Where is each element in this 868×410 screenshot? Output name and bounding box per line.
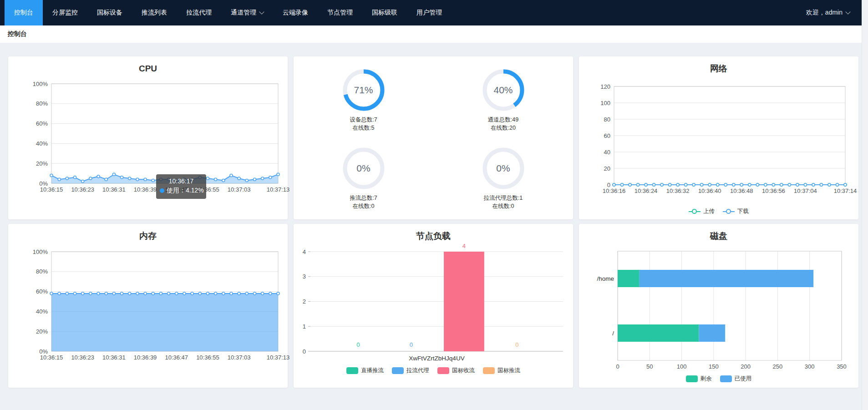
legend-swatch-icon — [483, 367, 495, 374]
legend-item-3[interactable]: 国标收流 — [437, 367, 475, 375]
gauge-online-label: 在线数:20 — [488, 124, 518, 132]
svg-text:10:36:40: 10:36:40 — [698, 187, 721, 194]
legend-swatch-icon — [437, 367, 449, 374]
nav-item-3[interactable]: 国标设备 — [87, 0, 132, 25]
memory-panel-title: 内存 — [139, 230, 157, 242]
svg-text:10:36:16: 10:36:16 — [603, 187, 626, 194]
nav-item-10[interactable]: 用户管理 — [407, 0, 452, 25]
network-chart[interactable]: 02040608010012010:36:1610:36:2410:36:321… — [582, 78, 855, 201]
svg-text:40%: 40% — [36, 308, 48, 315]
svg-text:0: 0 — [616, 363, 619, 370]
nav-item-8[interactable]: 节点管理 — [318, 0, 362, 25]
nav-item-label: 国标设备 — [97, 9, 122, 17]
nav-item-label: 拉流代理 — [186, 9, 212, 17]
svg-text:0: 0 — [410, 341, 413, 348]
svg-text:10:37:04: 10:37:04 — [794, 187, 817, 194]
nav-item-7[interactable]: 云端录像 — [273, 0, 318, 25]
legend-label: 国标收流 — [452, 367, 475, 375]
nav-item-label: 通道管理 — [231, 9, 256, 17]
disk-chart[interactable]: 050100150200250300350/home/ — [582, 246, 855, 373]
tooltip-time: 10:36:17 — [156, 177, 206, 185]
cpu-chart[interactable]: 0%20%40%60%80%100%10:36:1510:36:2310:36:… — [11, 78, 284, 215]
legend-swatch-icon — [686, 375, 698, 382]
breadcrumb-bar: 控制台 — [0, 25, 862, 43]
svg-text:10:36:31: 10:36:31 — [102, 186, 126, 193]
nav-item-label: 推流列表 — [142, 9, 167, 17]
svg-text:10:36:56: 10:36:56 — [762, 187, 785, 194]
cpu-panel-title: CPU — [139, 63, 157, 75]
legend-label: 已使用 — [735, 375, 752, 383]
gauge-online-label: 在线数:0 — [350, 202, 377, 210]
gauge-online-label: 在线数:0 — [484, 202, 523, 210]
legend-item-2[interactable]: 下载 — [723, 208, 749, 215]
user-menu[interactable]: 欢迎，admin — [806, 0, 862, 25]
svg-text:10:36:15: 10:36:15 — [40, 186, 63, 193]
cpu-panel: CPU 0%20%40%60%80%100%10:36:1510:36:2310… — [8, 56, 288, 219]
memory-chart[interactable]: 0%20%40%60%80%100%10:36:1510:36:2310:36:… — [11, 246, 284, 382]
legend-item-2[interactable]: 已使用 — [720, 375, 752, 383]
nav-item-1[interactable]: 控制台 — [5, 0, 43, 25]
gauge-total-label: 通道总数:49 — [488, 116, 518, 124]
series-dot-icon — [160, 188, 164, 193]
gauge-percent: 40% — [481, 67, 526, 113]
svg-text:4: 4 — [462, 243, 466, 249]
gauge-caption: 拉流代理总数:1在线数:0 — [484, 194, 523, 210]
nav-item-label: 云端录像 — [283, 9, 308, 17]
svg-text:10:37:13: 10:37:13 — [267, 186, 290, 193]
legend-item-1[interactable]: 剩余 — [686, 375, 712, 383]
memory-panel: 内存 0%20%40%60%80%100%10:36:1510:36:2310:… — [8, 224, 288, 388]
svg-text:10:36:47: 10:36:47 — [165, 354, 188, 361]
nodeload-panel-title: 节点负载 — [416, 230, 451, 242]
legend-label: 下载 — [737, 208, 749, 215]
gauge-total-label: 拉流代理总数:1 — [484, 194, 523, 202]
svg-text:/: / — [612, 330, 614, 337]
svg-text:50: 50 — [646, 363, 653, 370]
chevron-down-icon — [259, 9, 264, 14]
svg-text:150: 150 — [709, 363, 719, 370]
legend-item-4[interactable]: 国标推流 — [483, 367, 520, 375]
nav-item-label: 节点管理 — [327, 9, 353, 17]
nav-item-5[interactable]: 拉流代理 — [177, 0, 221, 25]
svg-text:10:36:55: 10:36:55 — [196, 354, 219, 361]
gauge-online-label: 在线数:5 — [350, 124, 377, 132]
svg-text:2: 2 — [303, 298, 306, 305]
svg-text:20%: 20% — [36, 160, 48, 167]
disk-panel-title: 磁盘 — [710, 230, 727, 242]
legend-item-1[interactable]: 直播推流 — [346, 367, 384, 375]
legend-swatch-icon — [720, 375, 732, 382]
svg-text:300: 300 — [805, 363, 815, 370]
svg-text:10:37:13: 10:37:13 — [267, 354, 290, 361]
legend-swatch-icon — [346, 367, 358, 374]
scrollbar[interactable] — [862, 0, 868, 410]
gauge-ring: 0% — [481, 146, 526, 191]
svg-text:60%: 60% — [36, 288, 48, 295]
svg-text:350: 350 — [837, 363, 847, 370]
gauge-2: 40%通道总数:49在线数:20 — [433, 67, 573, 132]
svg-text:10:37:03: 10:37:03 — [228, 354, 251, 361]
nav-item-9[interactable]: 国标级联 — [362, 0, 407, 25]
nodeload-chart[interactable]: 012340040XwFtVZrtZbHJq4UV — [297, 246, 570, 363]
svg-text:0: 0 — [515, 341, 518, 348]
gauge-1: 71%设备总数:7在线数:5 — [294, 67, 433, 132]
user-menu-label: 欢迎，admin — [806, 9, 843, 17]
svg-text:1: 1 — [303, 323, 306, 330]
dashboard-grid: CPU 0%20%40%60%80%100%10:36:1510:36:2310… — [8, 56, 868, 388]
svg-text:10:36:23: 10:36:23 — [71, 186, 94, 193]
svg-text:80%: 80% — [36, 100, 48, 107]
nav-item-4[interactable]: 推流列表 — [132, 0, 177, 25]
svg-text:10:36:39: 10:36:39 — [134, 354, 157, 361]
nav-item-6[interactable]: 通道管理 — [221, 0, 273, 25]
svg-text:100: 100 — [600, 100, 610, 106]
nav-item-label: 用户管理 — [416, 9, 442, 17]
disk-panel: 磁盘 050100150200250300350/home/ 剩余已使用 — [579, 224, 858, 388]
nav-item-2[interactable]: 分屏监控 — [43, 0, 87, 25]
page-title: 控制台 — [8, 30, 27, 38]
gauge-percent: 0% — [341, 146, 386, 191]
chart-tooltip: 10:36:17 使用：4.12% — [156, 174, 206, 199]
legend-item-1[interactable]: 上传 — [689, 208, 715, 215]
svg-text:10:36:48: 10:36:48 — [730, 187, 753, 194]
legend-item-2[interactable]: 拉流代理 — [392, 367, 429, 375]
svg-text:20: 20 — [604, 165, 610, 172]
svg-text:3: 3 — [303, 273, 306, 280]
legend-line-circle-icon — [689, 209, 700, 214]
